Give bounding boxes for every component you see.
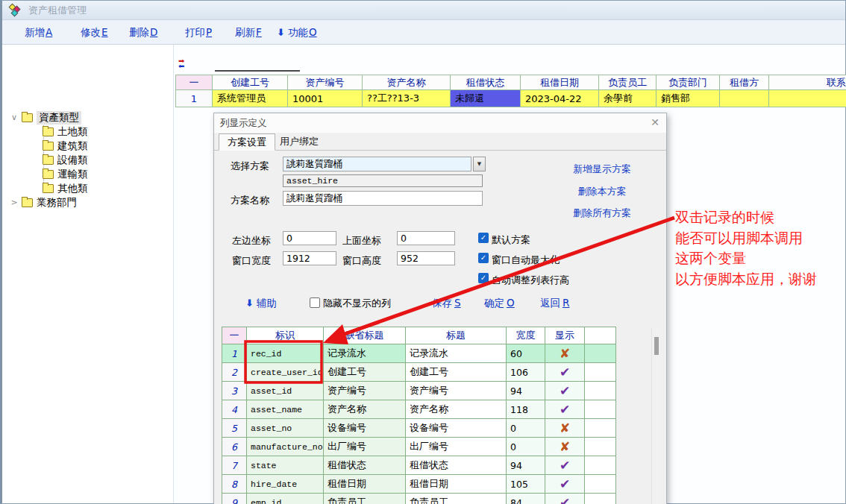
cell-field-id[interactable]: asset_name: [247, 400, 324, 419]
dialog-table-header-cell[interactable]: 宽度: [507, 327, 545, 344]
delete-this-plan-link[interactable]: 删除本方案: [542, 185, 662, 198]
row-number-cell[interactable]: 1: [222, 344, 247, 363]
row-number-cell[interactable]: 8: [222, 475, 247, 494]
dialog-table-header-cell[interactable]: 标识: [247, 327, 324, 344]
cell-hire-state[interactable]: 未歸還: [451, 90, 521, 107]
cell-filler[interactable]: [585, 344, 616, 363]
grid-header-cell[interactable]: 租借状态: [451, 75, 521, 90]
grid-header-cell[interactable]: 负责员工: [599, 75, 657, 90]
auto-maximize-checkbox[interactable]: ✓: [478, 253, 489, 263]
cell-title[interactable]: 记录流水: [406, 344, 507, 363]
save-button[interactable]: 保存S: [432, 297, 461, 310]
show-check-icon[interactable]: ✔: [545, 475, 585, 494]
dialog-table-row[interactable]: 4asset_name资产名称资产名称118✔: [222, 400, 616, 419]
row-number-cell[interactable]: 9: [222, 494, 247, 504]
cell-field-id[interactable]: state: [247, 456, 324, 475]
tree-item-business-dept[interactable]: > 業務部門: [9, 195, 77, 210]
cell-employee[interactable]: 余學前: [599, 90, 657, 107]
cell-default-title[interactable]: 出厂编号: [324, 438, 406, 456]
add-display-plan-link[interactable]: 新增显示方案: [542, 163, 662, 176]
dialog-table-row[interactable]: 7state租借状态租借状态94✔: [222, 456, 616, 475]
tree-item-label[interactable]: 運輸類: [57, 168, 88, 181]
cell-title[interactable]: 资产名称: [406, 400, 507, 419]
row-number-cell[interactable]: 2: [222, 363, 247, 382]
cell-filler[interactable]: [585, 419, 616, 438]
swap-icon[interactable]: ➡⬅: [178, 58, 192, 69]
show-check-icon[interactable]: ✔: [545, 456, 585, 475]
cell-asset-name[interactable]: ??工??13-3: [363, 90, 451, 107]
cell-field-id[interactable]: manufacture_no: [247, 438, 324, 456]
cell-field-id[interactable]: hire_date: [247, 475, 324, 494]
back-button[interactable]: 返回R: [540, 297, 569, 310]
cell-field-id[interactable]: emp_id: [247, 494, 324, 504]
default-plan-checkbox[interactable]: ✓: [478, 233, 489, 243]
grid-rownum-cell[interactable]: 1: [175, 90, 213, 107]
cell-filler[interactable]: [585, 400, 616, 419]
cell-field-id[interactable]: asset_no: [247, 419, 324, 438]
dialog-table-row[interactable]: 6manufacture_no出厂编号出厂编号0✘: [222, 438, 616, 456]
cell-hire-date[interactable]: 2023-04-22: [521, 90, 599, 107]
tree-item-label[interactable]: 其他類: [57, 182, 88, 195]
refresh-button[interactable]: 刷新F: [235, 26, 262, 40]
cell-title[interactable]: 创建工号: [406, 363, 507, 382]
window-width-input[interactable]: 1912: [283, 251, 336, 265]
row-number-cell[interactable]: 4: [222, 400, 247, 419]
cell-field-id[interactable]: asset_id: [247, 382, 324, 400]
delete-all-plans-link[interactable]: 删除所有方案: [542, 207, 662, 220]
tab-user-binding[interactable]: 用户绑定: [272, 133, 327, 151]
plan-select-combobox[interactable]: 誂莉逖質蹓桶: [283, 157, 471, 171]
ok-button[interactable]: 确定O: [484, 297, 515, 310]
edit-button[interactable]: 修改E: [81, 26, 108, 40]
dialog-table-row[interactable]: 8hire_date租借日期租借日期105✔: [222, 475, 616, 494]
cell-filler[interactable]: [585, 438, 616, 456]
show-check-icon[interactable]: ✔: [545, 494, 585, 504]
dialog-table-row[interactable]: 2create_user_id创建工号创建工号106✔: [222, 363, 616, 382]
grid-header-cell[interactable]: 联系: [769, 75, 846, 90]
tree-item[interactable]: 土地類: [40, 125, 88, 139]
cell-title[interactable]: 出厂编号: [406, 438, 507, 456]
quick-input-underline[interactable]: [215, 60, 300, 72]
dialog-table-row[interactable]: 9emp_id负责员工负责员工84✔: [222, 494, 616, 504]
cell-default-title[interactable]: 创建工号: [324, 363, 406, 382]
tree-item-label[interactable]: 設備類: [57, 154, 88, 167]
expander-open-icon[interactable]: ∨: [9, 113, 19, 122]
cell-asset-id[interactable]: 10001: [288, 90, 363, 107]
dialog-table-row[interactable]: 3asset_id资产编号资产编号94✔: [222, 382, 616, 400]
dialog-table-header-cell[interactable]: [585, 327, 616, 344]
cell-width[interactable]: 0: [507, 438, 545, 456]
tree-item-label[interactable]: 土地類: [57, 125, 88, 139]
cell-default-title[interactable]: 资产名称: [324, 400, 406, 419]
cell-filler[interactable]: [585, 494, 616, 504]
window-height-input[interactable]: 952: [397, 251, 455, 265]
cell-filler[interactable]: [585, 475, 616, 494]
row-number-cell[interactable]: 7: [222, 456, 247, 475]
cell-default-title[interactable]: 负责员工: [324, 494, 406, 504]
show-check-icon[interactable]: ✔: [545, 382, 585, 400]
cell-field-id[interactable]: create_user_id: [247, 363, 324, 382]
close-icon[interactable]: ✕: [651, 116, 659, 128]
cell-default-title[interactable]: 租借状态: [324, 456, 406, 475]
dialog-table-row[interactable]: 5asset_no设备编号设备编号0✘: [222, 419, 616, 438]
show-check-icon[interactable]: ✔: [545, 363, 585, 382]
hide-columns-checkbox[interactable]: [310, 297, 320, 308]
print-button[interactable]: 打印P: [185, 26, 212, 40]
dialog-table-header-cell[interactable]: 一: [222, 327, 247, 344]
cell-width[interactable]: 94: [507, 456, 545, 475]
dialog-table-row[interactable]: 1rec_id记录流水记录流水60✘: [222, 344, 616, 363]
cell-title[interactable]: 设备编号: [406, 419, 507, 438]
show-check-icon[interactable]: ✔: [545, 400, 585, 419]
cell-title[interactable]: 资产编号: [406, 382, 507, 400]
cell-contact[interactable]: [769, 90, 846, 107]
row-number-cell[interactable]: 6: [222, 438, 247, 456]
cell-width[interactable]: 84: [507, 494, 545, 504]
cell-field-id[interactable]: rec_id: [247, 344, 324, 363]
expander-closed-icon[interactable]: >: [9, 198, 19, 207]
dialog-table-header-cell[interactable]: 显示: [545, 327, 585, 344]
cell-filler[interactable]: [585, 382, 616, 400]
cell-width[interactable]: 106: [507, 363, 545, 382]
grid-header-cell[interactable]: 负责部门: [657, 75, 720, 90]
cell-width[interactable]: 105: [507, 475, 545, 494]
scrollbar-thumb[interactable]: [654, 337, 659, 355]
cell-width[interactable]: 60: [507, 344, 545, 363]
grid-header-cell[interactable]: 资产名称: [363, 75, 451, 90]
